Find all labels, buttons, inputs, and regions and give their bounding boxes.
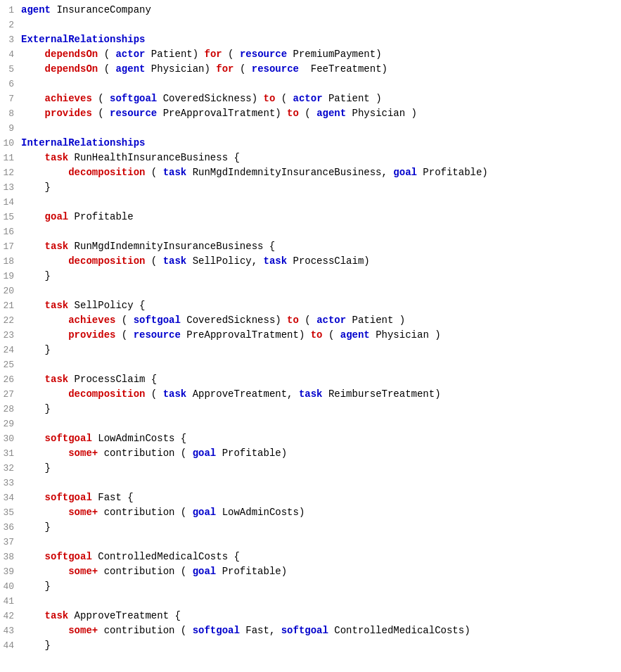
token: Physician ) bbox=[370, 329, 441, 341]
line-number: 14 bbox=[0, 195, 21, 210]
line-number: 9 bbox=[0, 121, 21, 136]
token: } bbox=[21, 344, 51, 355]
line-number: 42 bbox=[0, 609, 21, 623]
line-number: 7 bbox=[0, 91, 21, 106]
token: resource bbox=[134, 329, 181, 341]
line-content: some+ contribution ( goal LowAdminCosts) bbox=[21, 505, 621, 520]
token: ProcessClaim { bbox=[68, 374, 157, 385]
token bbox=[21, 329, 68, 341]
token bbox=[21, 63, 45, 75]
token: Patient) bbox=[145, 49, 204, 60]
code-line: 34 softgoal Fast { bbox=[0, 490, 621, 505]
line-number: 25 bbox=[0, 357, 21, 372]
line-content: } bbox=[21, 180, 621, 195]
code-line: 25 bbox=[0, 357, 621, 372]
code-line: 43 some+ contribution ( softgoal Fast, s… bbox=[0, 623, 621, 638]
code-line: 2 bbox=[0, 18, 621, 32]
token: some+ bbox=[68, 625, 98, 636]
token bbox=[21, 374, 45, 385]
token: ( bbox=[115, 329, 133, 341]
code-line: 24 } bbox=[0, 343, 621, 357]
token: to bbox=[264, 93, 276, 104]
code-line: 35 some+ contribution ( goal LowAdminCos… bbox=[0, 505, 621, 520]
token: ReimburseTreatment) bbox=[323, 388, 441, 400]
code-line: 29 bbox=[0, 417, 621, 431]
token bbox=[21, 433, 45, 444]
code-line: 42 task ApproveTreatment { bbox=[0, 609, 621, 623]
token: ( bbox=[92, 108, 110, 119]
token: Fast, bbox=[240, 625, 281, 636]
line-content: provides ( resource PreApprovalTratment)… bbox=[21, 328, 621, 343]
token bbox=[21, 388, 68, 400]
token: FeeTreatment) bbox=[299, 63, 388, 75]
code-line: 7 achieves ( softgoal CoveredSickness) t… bbox=[0, 91, 621, 106]
code-line: 10InternalRelationships bbox=[0, 136, 621, 151]
line-content bbox=[21, 121, 621, 136]
code-line: 9 bbox=[0, 121, 621, 136]
line-content: some+ contribution ( softgoal Fast, soft… bbox=[21, 623, 621, 638]
line-content bbox=[21, 18, 621, 32]
token: achieves bbox=[45, 93, 92, 104]
token: to bbox=[287, 315, 299, 326]
line-number: 44 bbox=[0, 638, 21, 653]
line-number: 19 bbox=[0, 269, 21, 284]
token: resource bbox=[110, 108, 157, 119]
line-number: 15 bbox=[0, 210, 21, 224]
token: task bbox=[163, 388, 187, 400]
line-number: 2 bbox=[0, 18, 21, 32]
token: agent bbox=[115, 63, 145, 75]
line-content: } bbox=[21, 520, 621, 535]
token: dependsOn bbox=[45, 63, 98, 75]
token: softgoal bbox=[45, 551, 92, 562]
token: ( bbox=[115, 315, 133, 326]
token: ApproveTreatment { bbox=[68, 610, 181, 621]
token: for bbox=[204, 49, 222, 60]
token: task bbox=[163, 167, 187, 178]
token: ControlledMedicalCosts { bbox=[92, 551, 240, 562]
token: decomposition bbox=[68, 388, 145, 400]
line-content bbox=[21, 357, 621, 372]
token: ( bbox=[234, 63, 252, 75]
token: ProcessClaim) bbox=[287, 255, 370, 267]
token: to bbox=[287, 108, 299, 119]
token: Profitable) bbox=[216, 566, 287, 577]
line-number: 1 bbox=[0, 3, 21, 18]
line-number: 20 bbox=[0, 284, 21, 298]
token: SellPolicy { bbox=[68, 300, 145, 311]
code-line: 33 bbox=[0, 476, 621, 490]
line-number: 41 bbox=[0, 594, 21, 609]
code-line: 32 } bbox=[0, 461, 621, 476]
token: some+ bbox=[68, 566, 98, 577]
code-line: 19 } bbox=[0, 269, 621, 284]
line-content: softgoal ControlledMedicalCosts { bbox=[21, 550, 621, 564]
code-line: 20 bbox=[0, 284, 621, 298]
line-content: some+ contribution ( goal Profitable) bbox=[21, 446, 621, 461]
line-content: task SellPolicy { bbox=[21, 298, 621, 313]
token: LowAdminCosts) bbox=[216, 507, 305, 518]
token: some+ bbox=[68, 448, 98, 459]
line-number: 32 bbox=[0, 461, 21, 476]
line-number: 18 bbox=[0, 254, 21, 269]
line-number: 40 bbox=[0, 579, 21, 594]
token: ( bbox=[98, 63, 115, 75]
token: provides bbox=[45, 108, 92, 119]
code-line: 12 decomposition ( task RunMgdIndemnityI… bbox=[0, 165, 621, 180]
token: RunMgdIndemnityInsuranceBusiness, bbox=[186, 167, 393, 178]
token: goal bbox=[45, 211, 69, 222]
line-number: 12 bbox=[0, 165, 21, 180]
token: task bbox=[45, 241, 69, 252]
line-number: 26 bbox=[0, 372, 21, 387]
code-line: 26 task ProcessClaim { bbox=[0, 372, 621, 387]
line-content: achieves ( softgoal CoveredSickness) to … bbox=[21, 313, 621, 328]
token: softgoal bbox=[134, 315, 181, 326]
token: ( bbox=[145, 255, 162, 267]
token: task bbox=[45, 610, 69, 621]
line-content bbox=[21, 417, 621, 431]
code-line: 22 achieves ( softgoal CoveredSickness) … bbox=[0, 313, 621, 328]
line-content bbox=[21, 594, 621, 609]
line-content: dependsOn ( agent Physician) for ( resou… bbox=[21, 62, 621, 77]
token: } bbox=[21, 270, 51, 281]
token: contribution ( bbox=[98, 448, 192, 459]
token bbox=[21, 551, 45, 562]
line-number: 38 bbox=[0, 550, 21, 564]
